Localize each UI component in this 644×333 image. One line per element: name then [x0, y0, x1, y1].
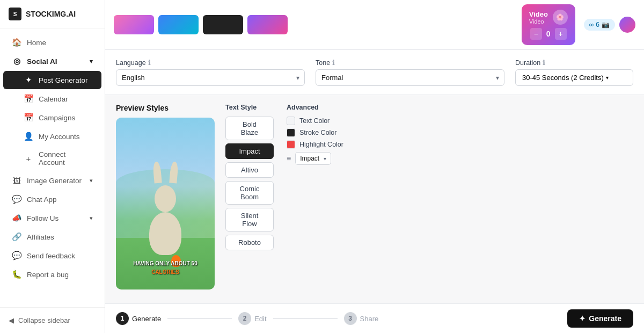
feedback-icon: 💬 — [12, 251, 21, 260]
chat-icon: 💬 — [12, 194, 21, 204]
image-arrow-icon: ▾ — [90, 177, 93, 184]
infinity-icon: ∞ — [589, 21, 594, 28]
stroke-color-row: Stroke Color — [287, 128, 343, 137]
sidebar-item-connect[interactable]: + Connect Account — [3, 146, 101, 171]
affiliates-icon: 🔗 — [12, 232, 21, 242]
duration-label: Duration ℹ — [515, 59, 633, 67]
thumbnails-row — [114, 15, 288, 34]
advanced-col: Advanced Text Color Stroke Color Highlig… — [287, 104, 343, 295]
badge-count: 6 — [596, 21, 599, 28]
sidebar-item-bug[interactable]: 🐛 Report a bug — [3, 265, 101, 284]
logo-icon: S — [9, 8, 21, 20]
social-ai-icon: ◎ — [12, 56, 21, 66]
counter-plus-button[interactable]: + — [555, 28, 567, 40]
sidebar-item-campaigns[interactable]: 📅 Campaigns — [3, 108, 101, 127]
language-select-wrapper: English — [116, 69, 305, 86]
bottom-bar: 1 Generate 2 Edit 3 Share — [105, 303, 644, 333]
video-counter: − 0 + — [529, 28, 568, 40]
font-family-select[interactable]: Impact ▾ — [295, 152, 331, 165]
credits-badge[interactable]: ∞ 6 📷 — [584, 19, 615, 31]
calendar-icon: 📅 — [24, 94, 33, 104]
video-card[interactable]: Video Video 🌸 − 0 + — [522, 4, 575, 45]
sidebar-item-post-generator[interactable]: ✦ Post Generator — [3, 71, 101, 89]
sidebar-item-follow-us[interactable]: 📣 Follow Us ▾ — [3, 209, 101, 227]
step-2-label: Edit — [254, 315, 266, 323]
form-area: Language ℹ English Tone ℹ Formal — [105, 50, 644, 95]
language-info-icon[interactable]: ℹ — [148, 59, 151, 67]
post-generator-icon: ✦ — [24, 75, 33, 85]
sidebar-item-campaigns-label: Campaigns — [39, 114, 75, 122]
sidebar-item-affiliates-label: Affiliates — [27, 233, 54, 241]
main-content: Video Video 🌸 − 0 + ∞ 6 📷 — [105, 0, 644, 333]
collapse-sidebar-button[interactable]: ◀ Collapse sidebar — [0, 312, 105, 329]
sidebar-item-accounts-label: My Accounts — [39, 133, 80, 141]
step-3: 3 Share — [344, 312, 379, 325]
style-btn-impact[interactable]: Impact — [225, 143, 274, 159]
thumb-dark[interactable] — [203, 15, 243, 34]
text-color-dot[interactable] — [287, 117, 295, 125]
image-generator-icon: 🖼 — [12, 176, 21, 185]
duration-button[interactable]: 30-45 Seconds (2 Credits) ▾ — [515, 69, 633, 86]
sidebar-item-post-generator-label: Post Generator — [39, 76, 88, 84]
text-color-label: Text Color — [299, 117, 343, 125]
video-thumbnail: 🌸 — [553, 10, 568, 25]
sidebar-item-calendar[interactable]: 📅 Calendar — [3, 90, 101, 108]
style-btn-altivo[interactable]: Altivo — [225, 162, 274, 178]
step-2: 2 Edit — [238, 312, 266, 325]
duration-info-icon[interactable]: ℹ — [543, 59, 545, 67]
highlight-color-dot[interactable] — [287, 140, 295, 149]
logo-text: STOCKIMG.AI — [26, 10, 76, 18]
step-1-label: Generate — [132, 315, 161, 323]
language-select[interactable]: English — [116, 69, 305, 86]
sidebar-item-feedback[interactable]: 💬 Send feedback — [3, 247, 101, 265]
social-ai-arrow-icon: ▾ — [90, 58, 93, 65]
language-group: Language ℹ English — [116, 59, 305, 86]
step-2-circle: 2 — [238, 312, 251, 325]
thumb-pink[interactable] — [114, 15, 154, 34]
preview-left: Preview Styles — [116, 104, 215, 295]
home-icon: 🏠 — [12, 38, 21, 47]
counter-minus-button[interactable]: − — [530, 28, 542, 40]
campaigns-icon: 📅 — [24, 113, 33, 122]
sidebar-item-chat-label: Chat App — [27, 196, 57, 204]
counter-value: 0 — [546, 30, 551, 38]
sidebar-item-social-ai[interactable]: ◎ Social AI ▾ — [3, 52, 101, 70]
stroke-color-label: Stroke Color — [299, 129, 343, 136]
tone-info-icon[interactable]: ℹ — [332, 59, 335, 67]
sidebar-item-calendar-label: Calendar — [39, 95, 68, 103]
font-family-value: Impact — [300, 155, 319, 162]
style-panel: Text Style Bold Blaze Impact Altivo Comi… — [225, 104, 633, 295]
generate-button[interactable]: ✦ Generate — [567, 309, 633, 328]
step-3-label: Share — [360, 315, 379, 323]
step-3-circle: 3 — [344, 312, 357, 325]
thumb-blue[interactable] — [158, 15, 199, 34]
style-btn-comic-boom[interactable]: Comic Boom — [225, 181, 274, 205]
connect-icon: + — [24, 154, 33, 163]
font-select-row: ≡ Impact ▾ — [287, 152, 343, 165]
user-avatar[interactable] — [619, 17, 635, 33]
thumb-purple[interactable] — [247, 15, 288, 34]
sidebar-item-home[interactable]: 🏠 Home — [3, 33, 101, 52]
sidebar-item-image-generator[interactable]: 🖼 Image Generator ▾ — [3, 171, 101, 190]
text-style-title: Text Style — [225, 104, 274, 111]
sidebar-item-accounts[interactable]: 👤 My Accounts — [3, 127, 101, 146]
sidebar-bottom: ◀ Collapse sidebar — [0, 307, 105, 333]
generate-label: Generate — [589, 314, 621, 323]
preview-section: Preview Styles — [105, 95, 644, 303]
stroke-color-dot[interactable] — [287, 128, 295, 137]
accounts-icon: 👤 — [24, 132, 33, 141]
sidebar-item-connect-label: Connect Account — [39, 150, 93, 166]
highlight-color-label: Highlight Color — [299, 141, 343, 148]
style-btn-silent-flow[interactable]: Silent Flow — [225, 208, 274, 231]
logo[interactable]: S STOCKIMG.AI — [0, 0, 105, 28]
style-btn-roboto[interactable]: Roboto — [225, 235, 274, 250]
sidebar-item-affiliates[interactable]: 🔗 Affiliates — [3, 228, 101, 246]
style-btn-bold-blaze[interactable]: Bold Blaze — [225, 117, 274, 140]
video-title: Video — [529, 10, 548, 18]
sidebar-item-image-generator-label: Image Generator — [27, 177, 82, 185]
sidebar-item-feedback-label: Send feedback — [27, 252, 75, 260]
preview-image: HAVING ONLY ABOUT 50 CALORIES — [116, 118, 215, 289]
sidebar-nav: 🏠 Home ◎ Social AI ▾ ✦ Post Generator 📅 … — [0, 28, 105, 307]
tone-select[interactable]: Formal — [316, 69, 504, 86]
sidebar-item-chat[interactable]: 💬 Chat App — [3, 190, 101, 208]
